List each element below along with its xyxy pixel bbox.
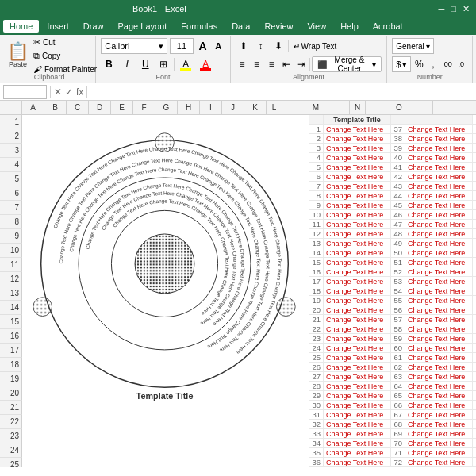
cell-num1-33[interactable]: 34 <box>309 439 324 447</box>
cell-text1-6[interactable]: Change Text Here <box>324 182 391 190</box>
copy-button[interactable]: ⧉ Copy <box>31 50 99 62</box>
cell-num2-1[interactable]: 38 <box>391 134 405 143</box>
cell-num1-35[interactable]: 36 <box>309 458 324 466</box>
cell-num1-29[interactable]: 30 <box>309 401 324 409</box>
cell-num2-7[interactable]: 44 <box>391 191 405 200</box>
close-icon[interactable]: ✕ <box>463 4 470 14</box>
cell-num1-7[interactable]: 8 <box>309 191 324 200</box>
cell-num2-19[interactable]: 56 <box>391 305 405 314</box>
underline-button[interactable]: U <box>137 56 153 72</box>
cell-num2-22[interactable]: 59 <box>391 334 405 343</box>
menu-formulas[interactable]: Formulas <box>175 20 224 33</box>
cell-text1-25[interactable]: Change Text Here <box>324 363 391 371</box>
cell-text1-21[interactable]: Change Text Here <box>324 324 391 333</box>
cell-text2-33[interactable]: Change Text Here <box>405 439 473 447</box>
menu-home[interactable]: Home <box>3 20 39 33</box>
cell-text1-19[interactable]: Change Text Here <box>324 305 391 314</box>
name-box[interactable] <box>3 85 47 99</box>
font-size-input[interactable]: 11 <box>170 38 194 54</box>
cell-num1-28[interactable]: 29 <box>309 391 324 400</box>
cell-text2-14[interactable]: Change Text Here <box>405 258 473 267</box>
cell-text2-31[interactable]: Change Text Here <box>405 420 473 428</box>
cell-text1-23[interactable]: Change Text Here <box>324 344 391 352</box>
cell-text2-15[interactable]: Change Text Here <box>405 267 473 276</box>
cut-button[interactable]: ✂ Cut <box>31 36 99 48</box>
cell-text1-17[interactable]: Change Text Here <box>324 286 391 295</box>
cell-text2-16[interactable]: Change Text Here <box>405 277 473 286</box>
cell-text1-18[interactable]: Change Text Here <box>324 296 391 305</box>
cell-num1-16[interactable]: 17 <box>309 277 324 286</box>
cell-text2-30[interactable]: Change Text Here <box>405 410 473 419</box>
align-right-button[interactable]: ≡ <box>265 56 278 72</box>
bold-button[interactable]: B <box>101 56 117 72</box>
cell-text2-8[interactable]: Change Text Here <box>405 201 473 209</box>
menu-review[interactable]: Review <box>258 20 299 33</box>
cell-num1-18[interactable]: 19 <box>309 296 324 305</box>
cell-num1-8[interactable]: 9 <box>309 201 324 209</box>
merge-center-button[interactable]: ⬛ Merge & Center ▾ <box>312 56 382 72</box>
cell-num2-16[interactable]: 53 <box>391 277 405 286</box>
align-middle-button[interactable]: ↕ <box>253 38 269 54</box>
cell-num2-32[interactable]: 69 <box>391 429 405 438</box>
cell-text1-7[interactable]: Change Text Here <box>324 191 391 200</box>
font-size-increase-button[interactable]: A <box>196 38 209 54</box>
cell-num1-25[interactable]: 26 <box>309 363 324 371</box>
cell-num2-11[interactable]: 48 <box>391 229 405 238</box>
cell-num1-14[interactable]: 15 <box>309 258 324 267</box>
cell-num1-23[interactable]: 24 <box>309 344 324 352</box>
cell-text2-24[interactable]: Change Text Here <box>405 353 473 362</box>
font-name-dropdown[interactable]: Calibri ▾ <box>101 38 167 54</box>
cell-text2-19[interactable]: Change Text Here <box>405 305 473 314</box>
cell-text2-29[interactable]: Change Text Here <box>405 401 473 409</box>
align-bottom-button[interactable]: ⬇ <box>271 38 286 54</box>
cell-num2-14[interactable]: 51 <box>391 258 405 267</box>
col-header-d[interactable]: D <box>89 101 111 114</box>
fill-color-button[interactable]: A <box>177 57 194 72</box>
cell-text1-33[interactable]: Change Text Here <box>324 439 391 447</box>
cell-text2-23[interactable]: Change Text Here <box>405 344 473 352</box>
cell-num1-13[interactable]: 14 <box>309 248 324 257</box>
col-header-b[interactable]: B <box>44 101 67 114</box>
cell-num1-3[interactable]: 4 <box>309 153 324 162</box>
col-header-e[interactable]: E <box>111 101 133 114</box>
cell-num1-32[interactable]: 33 <box>309 429 324 438</box>
cell-text1-13[interactable]: Change Text Here <box>324 248 391 257</box>
cell-text1-1[interactable]: Change Text Here <box>324 134 391 143</box>
cell-text1-4[interactable]: Change Text Here <box>324 163 391 171</box>
align-left-button[interactable]: ≡ <box>236 56 249 72</box>
cell-text2-10[interactable]: Change Text Here <box>405 220 473 228</box>
cell-num1-34[interactable]: 35 <box>309 448 324 457</box>
cell-text1-8[interactable]: Change Text Here <box>324 201 391 209</box>
cell-text2-25[interactable]: Change Text Here <box>405 363 473 371</box>
italic-button[interactable]: I <box>119 56 135 72</box>
cell-text2-1[interactable]: Change Text Here <box>405 134 473 143</box>
menu-view[interactable]: View <box>301 20 332 33</box>
cell-num2-31[interactable]: 68 <box>391 420 405 428</box>
align-top-button[interactable]: ⬆ <box>236 38 251 54</box>
cell-text1-30[interactable]: Change Text Here <box>324 410 391 419</box>
cell-num1-27[interactable]: 28 <box>309 382 324 390</box>
cell-num2-21[interactable]: 58 <box>391 324 405 333</box>
cell-num2-28[interactable]: 65 <box>391 391 405 400</box>
cell-text2-35[interactable]: Change Text Here <box>405 458 473 466</box>
cell-num2-30[interactable]: 67 <box>391 410 405 419</box>
cell-text2-21[interactable]: Change Text Here <box>405 324 473 333</box>
cell-num2-33[interactable]: 70 <box>391 439 405 447</box>
cell-num2-5[interactable]: 42 <box>391 172 405 181</box>
cell-text1-24[interactable]: Change Text Here <box>324 353 391 362</box>
increase-indent-button[interactable]: ⇥ <box>294 56 308 72</box>
cell-text2-5[interactable]: Change Text Here <box>405 172 473 181</box>
col-header-k[interactable]: K <box>244 101 267 114</box>
cell-text2-6[interactable]: Change Text Here <box>405 182 473 190</box>
cell-num2-26[interactable]: 63 <box>391 372 405 381</box>
col-header-i[interactable]: I <box>200 101 222 114</box>
cell-num1-4[interactable]: 5 <box>309 163 324 171</box>
cell-num1-5[interactable]: 6 <box>309 172 324 181</box>
cell-text1-16[interactable]: Change Text Here <box>324 277 391 286</box>
cell-num1-24[interactable]: 25 <box>309 353 324 362</box>
cell-text2-11[interactable]: Change Text Here <box>405 229 473 238</box>
cell-text1-12[interactable]: Change Text Here <box>324 239 391 248</box>
menu-draw[interactable]: Draw <box>77 20 110 33</box>
cell-text1-9[interactable]: Change Text Here <box>324 210 391 219</box>
formula-fx-icon[interactable]: fx <box>76 86 83 98</box>
